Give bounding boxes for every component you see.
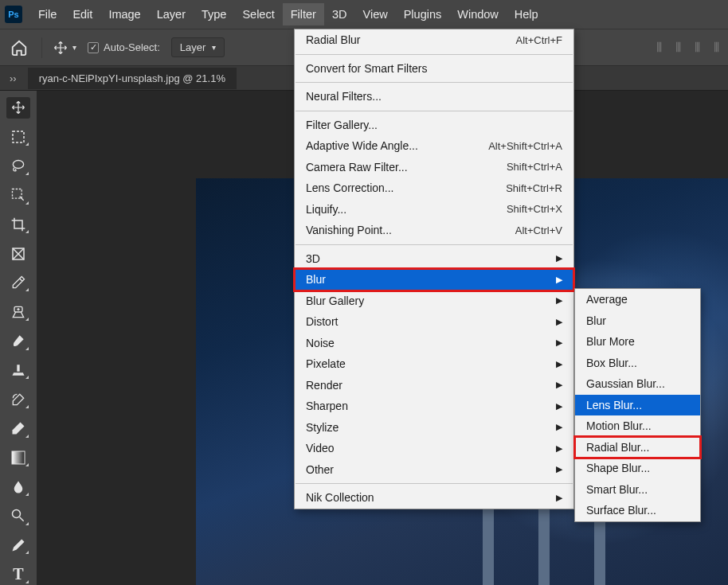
- filter-vanishing-point[interactable]: Vanishing Point...Alt+Ctrl+V: [295, 220, 573, 241]
- menu-3d[interactable]: 3D: [324, 3, 355, 25]
- blur-item-surface[interactable]: Surface Blur...: [575, 500, 700, 521]
- photoshop-logo-icon: Ps: [5, 6, 22, 23]
- svg-point-8: [13, 510, 21, 518]
- lasso-tool[interactable]: [6, 155, 30, 177]
- menu-filter[interactable]: Filter: [283, 3, 324, 25]
- blur-item-radial[interactable]: Radial Blur...: [575, 437, 700, 458]
- filter-sub-other[interactable]: Other▶: [295, 459, 573, 481]
- align-left-icon[interactable]: ⦀: [656, 39, 663, 56]
- clone-stamp-tool[interactable]: [6, 360, 30, 381]
- blur-submenu-dropdown: Average Blur Blur More Box Blur... Gauss…: [574, 288, 701, 522]
- alignment-controls: ⦀ ⦀ ⦀ ⦀: [656, 39, 720, 56]
- filter-liquify[interactable]: Liquify...Shift+Ctrl+X: [295, 199, 573, 220]
- filter-sub-pixelate[interactable]: Pixelate▶: [295, 353, 573, 375]
- move-tool-indicator[interactable]: ▾: [53, 41, 76, 55]
- auto-select-target-dropdown[interactable]: Layer ▾: [171, 37, 225, 57]
- tool-palette: T: [0, 91, 37, 585]
- eyedropper-tool[interactable]: [6, 272, 30, 294]
- filter-sub-3d[interactable]: 3D▶: [295, 248, 573, 270]
- filter-sub-sharpen[interactable]: Sharpen▶: [295, 396, 573, 417]
- crop-tool[interactable]: [6, 214, 30, 236]
- menu-view[interactable]: View: [355, 3, 396, 25]
- filter-sub-video[interactable]: Video▶: [295, 438, 573, 459]
- menu-file[interactable]: File: [30, 3, 65, 25]
- frame-tool[interactable]: [6, 243, 30, 264]
- filter-camera-raw[interactable]: Camera Raw Filter...Shift+Ctrl+A: [295, 157, 573, 178]
- blur-item-gaussian[interactable]: Gaussian Blur...: [575, 373, 700, 395]
- filter-adaptive-wide-angle[interactable]: Adaptive Wide Angle...Alt+Shift+Ctrl+A: [295, 135, 573, 157]
- brush-tool[interactable]: [6, 330, 30, 352]
- menu-help[interactable]: Help: [507, 3, 546, 25]
- align-center-icon[interactable]: ⦀: [675, 39, 682, 56]
- home-button[interactable]: [8, 39, 30, 57]
- blur-item-box[interactable]: Box Blur...: [575, 353, 700, 374]
- blur-item-shape[interactable]: Shape Blur...: [575, 458, 700, 479]
- filter-sub-render[interactable]: Render▶: [295, 375, 573, 396]
- filter-gallery[interactable]: Filter Gallery...: [295, 115, 573, 136]
- collapse-panels-icon[interactable]: ››: [10, 72, 17, 84]
- blur-tool[interactable]: [6, 476, 30, 497]
- eraser-tool[interactable]: [6, 418, 30, 439]
- chevron-down-icon: ▾: [212, 43, 216, 52]
- healing-brush-tool[interactable]: [6, 301, 30, 322]
- filter-sub-blur[interactable]: Blur▶: [295, 269, 573, 291]
- menu-layer[interactable]: Layer: [149, 3, 194, 25]
- menu-image[interactable]: Image: [100, 3, 148, 25]
- menu-edit[interactable]: Edit: [65, 3, 100, 25]
- filter-sub-blur-gallery[interactable]: Blur Gallery▶: [295, 291, 573, 312]
- filter-sub-distort[interactable]: Distort▶: [295, 311, 573, 333]
- pen-tool[interactable]: [6, 535, 30, 556]
- menu-window[interactable]: Window: [449, 3, 507, 25]
- filter-lens-correction[interactable]: Lens Correction...Shift+Ctrl+R: [295, 177, 573, 199]
- move-tool[interactable]: [6, 97, 30, 119]
- chevron-down-icon: ▾: [72, 43, 76, 52]
- separator: [41, 37, 42, 58]
- menu-bar: Ps File Edit Image Layer Type Select Fil…: [0, 0, 728, 29]
- blur-item-lens[interactable]: Lens Blur...: [575, 395, 700, 416]
- document-tab[interactable]: ryan-c-NEiPIxpYI-unsplash.jpg @ 21.1%: [28, 68, 237, 89]
- filter-convert-smart[interactable]: Convert for Smart Filters: [295, 58, 573, 80]
- filter-nik-collection[interactable]: Nik Collection▶: [295, 487, 573, 509]
- filter-neural[interactable]: Neural Filters...: [295, 86, 573, 107]
- distribute-icon[interactable]: ⦀: [714, 39, 720, 56]
- svg-rect-0: [13, 131, 24, 142]
- menu-select[interactable]: Select: [234, 3, 282, 25]
- svg-rect-7: [12, 451, 25, 464]
- dodge-tool[interactable]: [6, 505, 30, 527]
- blur-item-smart[interactable]: Smart Blur...: [575, 479, 700, 501]
- menu-type[interactable]: Type: [194, 3, 234, 25]
- blur-item-blur-more[interactable]: Blur More: [575, 331, 700, 353]
- menu-plugins[interactable]: Plugins: [396, 3, 450, 25]
- marquee-tool[interactable]: [6, 127, 30, 148]
- blur-item-average[interactable]: Average: [575, 289, 700, 310]
- filter-sub-stylize[interactable]: Stylize▶: [295, 417, 573, 439]
- align-right-icon[interactable]: ⦀: [695, 39, 701, 56]
- type-tool[interactable]: T: [6, 564, 30, 585]
- quick-selection-tool[interactable]: [6, 185, 30, 206]
- blur-item-blur[interactable]: Blur: [575, 310, 700, 332]
- checkbox-icon[interactable]: [88, 42, 99, 53]
- blur-item-motion[interactable]: Motion Blur...: [575, 415, 700, 437]
- svg-point-1: [13, 160, 23, 168]
- filter-last-used[interactable]: Radial Blur Alt+Ctrl+F: [295, 29, 573, 51]
- auto-select-label: Auto-Select:: [104, 41, 160, 53]
- history-brush-tool[interactable]: [6, 388, 30, 410]
- filter-sub-noise[interactable]: Noise▶: [295, 333, 573, 354]
- dropdown-label: Layer: [180, 41, 206, 53]
- auto-select-toggle[interactable]: Auto-Select:: [88, 41, 160, 53]
- filter-menu-dropdown: Radial Blur Alt+Ctrl+F Convert for Smart…: [294, 29, 574, 509]
- gradient-tool[interactable]: [6, 447, 30, 469]
